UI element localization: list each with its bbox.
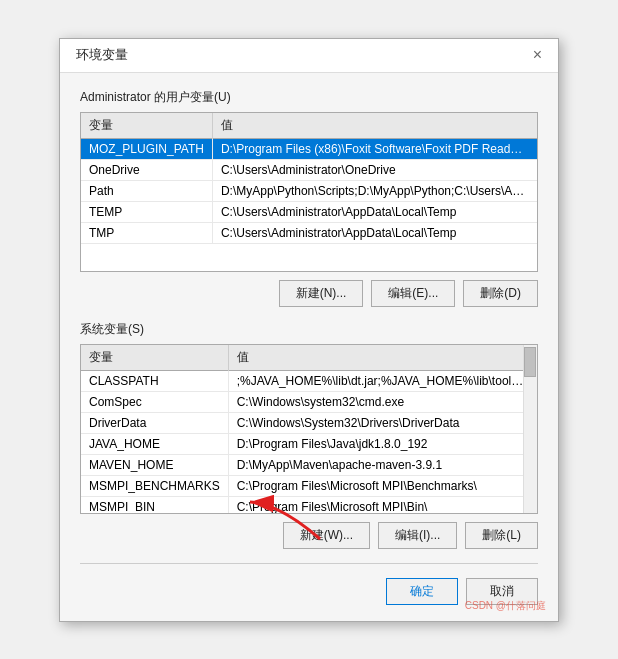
var-name: DriverData — [81, 412, 228, 433]
list-item[interactable]: TMPC:\Users\Administrator\AppData\Local\… — [81, 222, 537, 243]
user-env-table-container: 变量 值 MOZ_PLUGIN_PATHD:\Program Files (x8… — [80, 112, 538, 272]
sys-edit-button[interactable]: 编辑(I)... — [378, 522, 457, 549]
scrollbar-thumb[interactable] — [524, 347, 536, 377]
title-bar: 环境变量 × — [60, 39, 558, 73]
dialog-body: Administrator 的用户变量(U) 变量 值 MOZ_PLUGIN_P… — [60, 73, 558, 621]
var-value: D:\MyApp\Maven\apache-maven-3.9.1 — [228, 454, 537, 475]
var-name: MAVEN_HOME — [81, 454, 228, 475]
watermark: CSDN @什落问庭 — [465, 599, 546, 613]
var-name: MSMPI_BENCHMARKS — [81, 475, 228, 496]
var-name: TMP — [81, 222, 212, 243]
var-value: D:\MyApp\Python\Scripts;D:\MyApp\Python;… — [212, 180, 537, 201]
var-value: C:\Windows\system32\cmd.exe — [228, 391, 537, 412]
scrollbar[interactable] — [523, 345, 537, 513]
user-col-var: 变量 — [81, 113, 212, 139]
list-item[interactable]: OneDriveC:\Users\Administrator\OneDrive — [81, 159, 537, 180]
list-item[interactable]: MOZ_PLUGIN_PATHD:\Program Files (x86)\Fo… — [81, 138, 537, 159]
user-col-val: 值 — [212, 113, 537, 139]
list-item[interactable]: MSMPI_BINC:\Program Files\Microsoft MPI\… — [81, 496, 537, 514]
var-name: TEMP — [81, 201, 212, 222]
user-delete-button[interactable]: 删除(D) — [463, 280, 538, 307]
var-name: MOZ_PLUGIN_PATH — [81, 138, 212, 159]
sys-section-label: 系统变量(S) — [80, 321, 538, 338]
var-name: CLASSPATH — [81, 370, 228, 391]
list-item[interactable]: CLASSPATH;%JAVA_HOME%\lib\dt.jar;%JAVA_H… — [81, 370, 537, 391]
var-value: ;%JAVA_HOME%\lib\dt.jar;%JAVA_HOME%\lib\… — [228, 370, 537, 391]
var-name: JAVA_HOME — [81, 433, 228, 454]
var-value: C:\Windows\System32\Drivers\DriverData — [228, 412, 537, 433]
sys-delete-button[interactable]: 删除(L) — [465, 522, 538, 549]
var-value: C:\Users\Administrator\OneDrive — [212, 159, 537, 180]
sys-btn-group: 新建(W)... 编辑(I)... 删除(L) — [283, 522, 538, 549]
env-variables-dialog: 环境变量 × Administrator 的用户变量(U) 变量 值 MOZ_P… — [59, 38, 559, 622]
list-item[interactable]: TEMPC:\Users\Administrator\AppData\Local… — [81, 201, 537, 222]
user-btn-row: 新建(N)... 编辑(E)... 删除(D) — [80, 280, 538, 307]
var-value: C:\Users\Administrator\AppData\Local\Tem… — [212, 222, 537, 243]
user-section-label: Administrator 的用户变量(U) — [80, 89, 538, 106]
sys-new-button[interactable]: 新建(W)... — [283, 522, 370, 549]
ok-button[interactable]: 确定 — [386, 578, 458, 605]
sys-col-var: 变量 — [81, 345, 228, 371]
list-item[interactable]: PathD:\MyApp\Python\Scripts;D:\MyApp\Pyt… — [81, 180, 537, 201]
list-item[interactable]: DriverDataC:\Windows\System32\Drivers\Dr… — [81, 412, 537, 433]
dialog-title: 环境变量 — [76, 46, 128, 64]
user-new-button[interactable]: 新建(N)... — [279, 280, 364, 307]
user-env-table: 变量 值 MOZ_PLUGIN_PATHD:\Program Files (x8… — [81, 113, 537, 244]
list-item[interactable]: ComSpecC:\Windows\system32\cmd.exe — [81, 391, 537, 412]
list-item[interactable]: JAVA_HOMED:\Program Files\Java\jdk1.8.0_… — [81, 433, 537, 454]
user-table-body: MOZ_PLUGIN_PATHD:\Program Files (x86)\Fo… — [81, 138, 537, 243]
sys-env-table-container: 变量 值 CLASSPATH;%JAVA_HOME%\lib\dt.jar;%J… — [80, 344, 538, 514]
list-item[interactable]: MAVEN_HOMED:\MyApp\Maven\apache-maven-3.… — [81, 454, 537, 475]
sys-table-body: CLASSPATH;%JAVA_HOME%\lib\dt.jar;%JAVA_H… — [81, 370, 537, 514]
var-name: Path — [81, 180, 212, 201]
var-value: C:\Users\Administrator\AppData\Local\Tem… — [212, 201, 537, 222]
list-item[interactable]: MSMPI_BENCHMARKSC:\Program Files\Microso… — [81, 475, 537, 496]
user-table-header: 变量 值 — [81, 113, 537, 139]
sys-table-header: 变量 值 — [81, 345, 537, 371]
sys-btn-row-container: 新建(W)... 编辑(I)... 删除(L) — [80, 522, 538, 549]
var-value: D:\Program Files (x86)\Foxit Software\Fo… — [212, 138, 537, 159]
var-value: C:\Program Files\Microsoft MPI\Benchmark… — [228, 475, 537, 496]
divider — [80, 563, 538, 564]
sys-env-table: 变量 值 CLASSPATH;%JAVA_HOME%\lib\dt.jar;%J… — [81, 345, 537, 514]
var-name: OneDrive — [81, 159, 212, 180]
close-button[interactable]: × — [529, 45, 546, 65]
var-name: ComSpec — [81, 391, 228, 412]
user-edit-button[interactable]: 编辑(E)... — [371, 280, 455, 307]
sys-col-val: 值 — [228, 345, 537, 371]
var-value: C:\Program Files\Microsoft MPI\Bin\ — [228, 496, 537, 514]
var-value: D:\Program Files\Java\jdk1.8.0_192 — [228, 433, 537, 454]
var-name: MSMPI_BIN — [81, 496, 228, 514]
